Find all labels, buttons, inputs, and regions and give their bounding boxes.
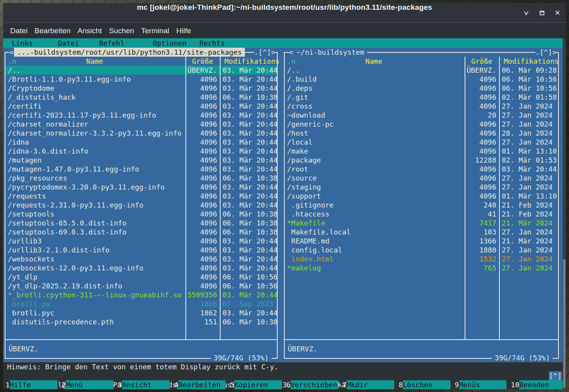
file-row[interactable]: /websockets-12.0-py3.11.egg-info409603. … — [5, 263, 277, 272]
file-row[interactable]: /yt_dlp-2025.2.19.dist-info409606. Mär 1… — [5, 281, 277, 290]
fn-key-5[interactable]: 5Kopieren — [228, 380, 284, 389]
mc-menu-item-datei[interactable]: Datei — [58, 39, 79, 48]
file-row[interactable]: /package1228802. Mär 01:53 — [285, 156, 556, 165]
file-row[interactable]: Makefile.local10327. Jan 2024 — [285, 227, 556, 236]
file-row[interactable]: /idna-3.6.dist-info409603. Mär 20:44 — [5, 147, 277, 156]
column-header-mtime[interactable]: Modifikations — [501, 57, 559, 66]
file-row[interactable]: brotli.py186607. Sep 2023 — [5, 299, 277, 308]
fn-key-10[interactable]: 10Beenden — [508, 380, 563, 389]
file-row[interactable]: /make409601. Mär 13:10 — [285, 147, 556, 156]
file-row[interactable]: /mutagen-1.47.0-py3.11.egg-info409603. M… — [5, 165, 277, 174]
file-row[interactable]: /setuptools-65.5.0.dist-info409606. Mär … — [5, 218, 277, 227]
file-row[interactable]: /..ÜBERVZ.06. Mär 09:28 — [285, 66, 556, 75]
file-row[interactable]: /generic-pc409627. Jan 2024 — [285, 120, 556, 129]
file-size: 4096 — [185, 236, 219, 245]
column-header-size[interactable]: Größe — [185, 57, 220, 66]
file-row[interactable]: /_distutils_hack409606. Mär 10:38 — [5, 93, 277, 102]
file-row[interactable]: /certifi409603. Mär 20:44 — [5, 102, 277, 111]
show-panels-badge[interactable]: [^] — [549, 371, 562, 380]
file-row[interactable]: /idna409603. Mär 20:44 — [5, 138, 277, 147]
scrollbar-thumb[interactable] — [563, 259, 565, 388]
file-row[interactable]: .htaccess4121. Feb 2024 — [285, 209, 556, 218]
file-row[interactable]: /websockets409603. Mär 20:44 — [5, 254, 277, 263]
file-row[interactable]: index.html153227. Jan 2024 — [285, 254, 556, 263]
file-row[interactable]: /cross409627. Jan 2024 — [285, 102, 556, 111]
file-row[interactable]: *Makefile741721. Mär 2024 — [285, 218, 556, 227]
panel-updir-button[interactable]: .[^]> — [535, 48, 556, 57]
file-mtime: 03. Mär 20:44 — [219, 308, 277, 317]
file-row[interactable]: /certifi-2023.11.17-py3.11.egg-info40960… — [5, 111, 277, 120]
minimize-icon[interactable] — [523, 10, 530, 16]
file-name: /_distutils_hack — [5, 93, 185, 102]
left-panel-path[interactable]: ...-buildsystem/root/usr/lib/python3.11/… — [14, 48, 245, 57]
menu-item-bearbeiten[interactable]: Bearbeiten — [34, 27, 70, 35]
maximize-icon[interactable] — [539, 10, 545, 16]
fn-key-4[interactable]: 4Bearbeiten — [172, 380, 228, 389]
file-row[interactable]: /yt_dlp409606. Mär 10:56 — [5, 272, 277, 281]
menu-item-terminal[interactable]: Terminal — [141, 27, 169, 35]
file-row[interactable]: *_brotli.cpython-311-~-linux-gnueabihf.s… — [5, 290, 277, 299]
file-row[interactable]: /local409627. Jan 2024 — [285, 138, 556, 147]
file-row[interactable]: /source409627. Jan 2024 — [285, 174, 556, 183]
terminal-scrollbar[interactable] — [563, 38, 566, 389]
fn-key-8[interactable]: 8Löschen — [396, 380, 452, 389]
file-row[interactable]: /mutagen409603. Mär 20:44 — [5, 156, 277, 165]
file-row[interactable]: /.git409602. Mär 01:58 — [285, 93, 556, 102]
file-row[interactable]: /urllib3-2.1.0.dist-info409603. Mär 20:4… — [5, 245, 277, 254]
file-row[interactable]: README.md136621. Mär 2024 — [285, 236, 556, 245]
file-row[interactable]: /host409628. Jan 2024 — [285, 129, 556, 138]
close-icon[interactable] — [555, 10, 560, 16]
file-row[interactable]: /pkg_resources409606. Mär 10:38 — [5, 174, 277, 183]
fn-key-9[interactable]: 9Menüs — [452, 380, 509, 389]
column-header-mtime[interactable]: Modifikations — [222, 57, 280, 66]
file-row[interactable]: /pycryptodomex-3.20.0-py3.11.egg-info409… — [5, 183, 277, 192]
fn-key-6[interactable]: 6Verschieben — [284, 380, 340, 389]
file-row[interactable]: /Cryptodome409603. Mär 20:44 — [5, 84, 277, 93]
panel-back-button[interactable]: < — [289, 48, 293, 57]
file-row[interactable]: /charset_normalizer-3.3.2-py3.11.egg-inf… — [5, 129, 277, 138]
menu-item-suchen[interactable]: Suchen — [109, 27, 134, 35]
fn-key-7[interactable]: 7Mkdir — [340, 380, 397, 389]
file-row[interactable]: /setuptools409606. Mär 10:38 — [5, 209, 277, 218]
column-header-name[interactable]: Name — [283, 57, 465, 66]
file-mtime: 03. Mär 20:44 — [219, 165, 277, 174]
file-row[interactable]: /urllib3409603. Mär 20:44 — [5, 236, 277, 245]
file-row[interactable]: /requests-2.31.0-py3.11.egg-info409603. … — [5, 200, 277, 209]
file-row[interactable]: /setuptools-69.0.3.dist-info409606. Mär … — [5, 227, 277, 236]
menu-item-ansicht[interactable]: Ansicht — [77, 27, 102, 35]
mc-menu-item-rechts[interactable]: Rechts — [199, 39, 225, 48]
file-row[interactable]: config.local188027. Jan 2024 — [285, 245, 556, 254]
menu-item-hilfe[interactable]: Hilfe — [176, 27, 191, 35]
mc-panels-area: < ...-buildsystem/root/usr/lib/python3.1… — [3, 48, 563, 362]
fn-key-3[interactable]: 3Ansicht — [115, 380, 172, 389]
command-line[interactable]: jokel@jokel-ThinkPad:~/ni-buildsystem/ro… — [3, 371, 563, 380]
file-row[interactable]: /staging409627. Jan 2024 — [285, 183, 556, 192]
file-row[interactable]: .gitignore24021. Feb 2024 — [285, 200, 556, 209]
file-row[interactable]: /requests409603. Mär 20:44 — [5, 192, 277, 200]
file-row[interactable]: /Brotli-1.1.0-py3.11.egg-info409603. Mär… — [5, 75, 277, 84]
menu-item-datei[interactable]: Datei — [10, 27, 27, 35]
column-header-size[interactable]: Größe — [465, 57, 499, 66]
mc-menu-item-befehl[interactable]: Befehl — [99, 39, 124, 48]
file-row[interactable]: /.deps409606. Mär 10:56 — [285, 84, 556, 93]
panel-back-button[interactable]: < — [9, 48, 14, 57]
fn-key-label: Beenden — [519, 380, 563, 389]
file-size: 4096 — [185, 192, 219, 200]
file-row[interactable]: /..ÜBERVZ.03. Mär 20:44 — [5, 66, 277, 75]
fn-key-1[interactable]: 1Hilfe — [3, 380, 59, 389]
file-row[interactable]: ~download2027. Jan 2024 — [285, 111, 556, 120]
file-row[interactable]: /support409601. Mär 13:10 — [285, 192, 556, 200]
right-panel-path[interactable]: ~/ni-buildsystem — [293, 48, 367, 57]
mc-menu-item-optionen[interactable]: Optionen — [153, 39, 187, 48]
fn-key-2[interactable]: 2Menü — [59, 380, 116, 389]
mc-menu-item-links[interactable]: Links — [12, 39, 33, 48]
file-row[interactable]: /root409603. Mär 20:44 — [285, 165, 556, 174]
file-row[interactable]: /charset_normalizer409603. Mär 20:44 — [5, 120, 277, 129]
panel-updir-button[interactable]: .[^]> — [254, 48, 275, 57]
file-row[interactable]: /.build409606. Mär 10:56 — [285, 75, 556, 84]
file-row[interactable]: distutils-precedence.pth15106. Mär 10:38 — [5, 317, 277, 326]
window-titlebar[interactable]: mc [jokel@jokel-ThinkPad]:~/ni-buildsyst… — [3, 3, 566, 22]
file-row[interactable]: *makelog76527. Jan 2024 — [285, 263, 556, 272]
file-row[interactable]: brotli.pyc186203. Mär 20:44 — [5, 308, 277, 317]
column-header-name[interactable]: Name — [4, 57, 185, 66]
